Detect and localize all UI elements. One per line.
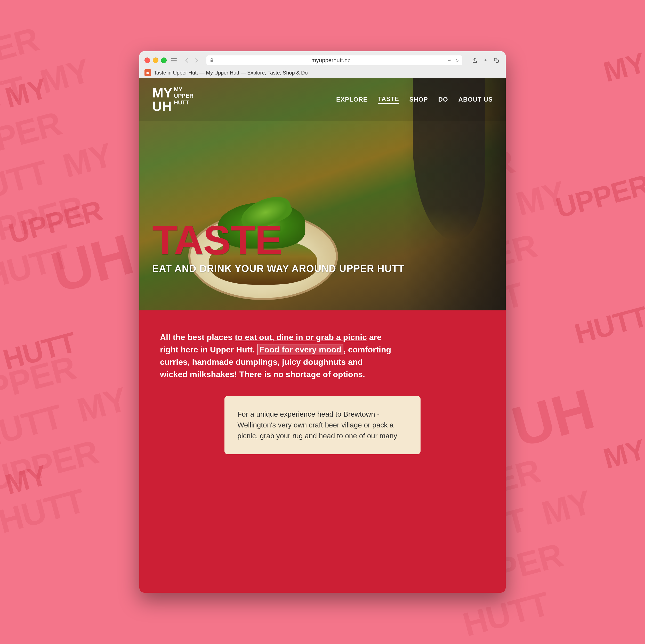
- lock-icon: [210, 58, 214, 63]
- hero-subtitle: EAT AND DRINK YOUR WAY AROUND UPPER HUTT: [152, 263, 404, 274]
- nav-taste[interactable]: TASTE: [378, 95, 399, 104]
- hero-title: TASTE: [152, 219, 404, 261]
- browser-chrome: myupperhutt.nz ⇌ ↻ +: [139, 51, 506, 78]
- svg-rect-1: [171, 60, 177, 61]
- address-bar[interactable]: myupperhutt.nz ⇌ ↻: [206, 55, 462, 65]
- nav-explore[interactable]: EXPLORE: [336, 96, 368, 103]
- windows-button[interactable]: [492, 56, 500, 64]
- nav-shop[interactable]: SHOP: [409, 96, 428, 103]
- card-section: For a unique experience head to Brewtown…: [139, 396, 506, 593]
- website-content: MY UH MY UPPER HUTT EXPLORE TASTE SH: [139, 78, 506, 593]
- refresh-icon[interactable]: ↻: [455, 58, 459, 63]
- share-button[interactable]: [471, 56, 479, 64]
- hero-section: MY UH MY UPPER HUTT EXPLORE TASTE SH: [139, 78, 506, 310]
- translate-icon[interactable]: ⇌: [448, 58, 453, 63]
- nav-links: EXPLORE TASTE SHOP DO ABOUT US: [336, 95, 493, 104]
- navigation-controls: [183, 57, 201, 63]
- food-mood-link[interactable]: Food for every mood: [257, 344, 344, 355]
- tab-title: Taste in Upper Hutt — My Upper Hutt — Ex…: [154, 70, 308, 76]
- close-button[interactable]: [145, 57, 150, 63]
- bookmarks-bar: m Taste in Upper Hutt — My Upper Hutt — …: [139, 68, 506, 78]
- url-text: myupperhutt.nz: [216, 57, 446, 64]
- new-tab-button[interactable]: +: [481, 56, 490, 64]
- body-paragraph: All the best places to eat out, dine in …: [160, 331, 392, 380]
- browser-actions: +: [471, 56, 500, 64]
- traffic-lights: [145, 57, 167, 63]
- eat-out-link[interactable]: to eat out, dine in or grab a picnic: [235, 333, 367, 342]
- sidebar-toggle-button[interactable]: [170, 57, 178, 63]
- browser-window: myupperhutt.nz ⇌ ↻ +: [139, 51, 506, 593]
- info-card: For a unique experience head to Brewtown…: [224, 396, 421, 454]
- svg-rect-0: [171, 58, 177, 59]
- site-logo[interactable]: MY UH MY UPPER HUTT: [152, 86, 194, 113]
- info-card-text: For a unique experience head to Brewtown…: [237, 409, 408, 441]
- minimize-button[interactable]: [153, 57, 158, 63]
- svg-rect-6: [496, 60, 498, 62]
- nav-about-us[interactable]: ABOUT US: [458, 96, 493, 103]
- forward-button[interactable]: [193, 57, 201, 63]
- bookmark-favicon: m: [145, 69, 151, 76]
- hero-text: TASTE EAT AND DRINK YOUR WAY AROUND UPPE…: [152, 219, 404, 274]
- svg-rect-3: [211, 60, 213, 62]
- logo-my-uh: MY UH: [152, 86, 172, 113]
- browser-titlebar: myupperhutt.nz ⇌ ↻ +: [139, 51, 506, 68]
- back-button[interactable]: [183, 57, 191, 63]
- svg-text:m: m: [146, 71, 149, 74]
- logo-block: MY UH MY UPPER HUTT: [152, 86, 194, 113]
- svg-rect-5: [494, 58, 497, 61]
- body-text-intro: All the best places: [160, 333, 235, 342]
- logo-text-full: MY UPPER HUTT: [174, 86, 194, 106]
- maximize-button[interactable]: [161, 57, 167, 63]
- red-section: All the best places to eat out, dine in …: [139, 310, 506, 396]
- site-navigation: MY UH MY UPPER HUTT EXPLORE TASTE SH: [139, 78, 506, 121]
- svg-rect-2: [171, 62, 177, 62]
- nav-do[interactable]: DO: [438, 96, 448, 103]
- svg-text:⇌: ⇌: [448, 58, 451, 62]
